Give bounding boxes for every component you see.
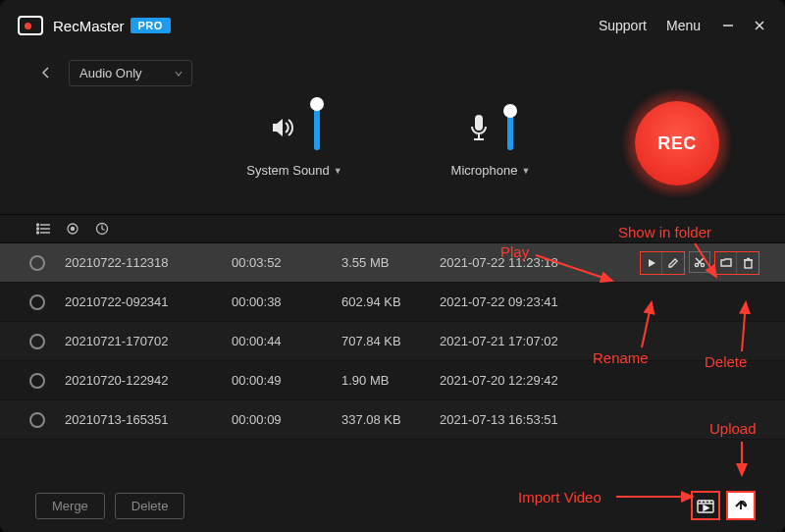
record-button-wrap: REC xyxy=(622,88,732,198)
row-select[interactable] xyxy=(29,412,65,428)
rename-button[interactable] xyxy=(662,252,684,274)
audio-panel: System Sound ▼ xyxy=(0,90,785,214)
slider-fill xyxy=(314,109,320,150)
row-select[interactable] xyxy=(29,334,65,349)
svg-marker-16 xyxy=(649,259,655,267)
cell-duration: 00:00:09 xyxy=(232,412,341,427)
schedule-icon[interactable] xyxy=(94,221,110,237)
titlebar: RecMaster PRO Support Menu xyxy=(0,0,785,51)
slider-knob[interactable] xyxy=(310,97,324,111)
speaker-icon xyxy=(269,114,296,141)
system-sound-column: System Sound ▼ xyxy=(196,104,392,178)
radio-icon[interactable] xyxy=(29,294,45,310)
support-link[interactable]: Support xyxy=(599,18,647,33)
table-row[interactable]: 20210720-12294200:00:491.90 MB2021-07-20… xyxy=(0,361,785,400)
radio-icon[interactable] xyxy=(29,412,45,428)
cell-duration: 00:00:49 xyxy=(232,373,341,388)
slider-fill xyxy=(507,115,513,150)
play-button[interactable] xyxy=(641,252,662,274)
svg-marker-29 xyxy=(704,505,708,510)
microphone-icon xyxy=(468,113,490,142)
slider-knob[interactable] xyxy=(503,104,517,118)
app-name: RecMaster xyxy=(53,18,125,34)
settings-icon[interactable] xyxy=(65,221,80,237)
system-volume-slider[interactable] xyxy=(314,105,320,150)
import-video-button[interactable] xyxy=(691,491,720,520)
caret-down-icon: ▼ xyxy=(334,166,342,176)
cell-size: 707.84 KB xyxy=(341,334,440,348)
row-delete-button[interactable] xyxy=(737,252,759,274)
minimize-button[interactable] xyxy=(720,18,736,33)
cell-size: 3.55 MB xyxy=(341,255,440,270)
mic-volume-slider[interactable] xyxy=(507,105,513,150)
cell-duration: 00:00:44 xyxy=(232,334,341,348)
cell-size: 1.90 MB xyxy=(341,373,440,388)
microphone-label: Microphone xyxy=(451,163,518,178)
mode-row: Audio Only xyxy=(0,51,785,90)
cell-date: 2021-07-22 11:23:18 xyxy=(440,255,601,270)
table-row[interactable]: 20210722-09234100:00:38602.94 KB2021-07-… xyxy=(0,283,785,322)
row-select[interactable] xyxy=(29,294,65,310)
pro-badge: PRO xyxy=(131,18,171,33)
svg-point-10 xyxy=(37,224,39,226)
mode-select[interactable]: Audio Only xyxy=(69,60,192,86)
svg-point-14 xyxy=(71,227,74,230)
cell-date: 2021-07-22 09:23:41 xyxy=(440,294,601,309)
microphone-dropdown[interactable]: Microphone ▼ xyxy=(451,163,531,178)
recordings-table: 20210722-11231800:03:523.55 MB2021-07-22… xyxy=(0,243,785,479)
radio-icon[interactable] xyxy=(29,373,45,389)
svg-rect-4 xyxy=(475,115,483,131)
chevron-down-icon xyxy=(174,69,183,79)
window-controls xyxy=(720,18,767,33)
cell-name: 20210720-122942 xyxy=(65,373,232,388)
row-select[interactable] xyxy=(29,373,65,389)
show-in-folder-button[interactable] xyxy=(715,252,737,274)
footer: Merge Delete xyxy=(0,479,785,532)
cell-date: 2021-07-20 12:29:42 xyxy=(440,373,601,388)
svg-rect-21 xyxy=(745,260,752,268)
svg-point-11 xyxy=(37,228,39,230)
back-button[interactable] xyxy=(35,63,55,82)
table-row[interactable]: 20210713-16535100:00:09337.08 KB2021-07-… xyxy=(0,400,785,440)
cell-size: 337.08 KB xyxy=(341,412,440,427)
system-sound-label: System Sound xyxy=(246,163,330,178)
menu-link[interactable]: Menu xyxy=(666,18,701,33)
radio-icon[interactable] xyxy=(29,334,45,349)
table-row[interactable]: 20210722-11231800:03:523.55 MB2021-07-22… xyxy=(0,243,785,283)
cell-name: 20210721-170702 xyxy=(65,334,232,348)
app-logo-icon xyxy=(18,16,43,35)
row-actions xyxy=(640,251,759,275)
mode-select-value: Audio Only xyxy=(79,66,142,80)
cell-duration: 00:03:52 xyxy=(232,255,341,270)
system-sound-dropdown[interactable]: System Sound ▼ xyxy=(246,163,341,178)
cell-name: 20210722-092341 xyxy=(65,294,232,309)
caret-down-icon: ▼ xyxy=(522,166,531,176)
row-select[interactable] xyxy=(29,255,65,271)
cell-date: 2021-07-13 16:53:51 xyxy=(440,412,601,427)
cell-date: 2021-07-21 17:07:02 xyxy=(440,334,601,348)
close-button[interactable] xyxy=(752,18,767,33)
list-view-icon[interactable] xyxy=(35,221,51,237)
record-label: REC xyxy=(657,133,697,154)
cell-name: 20210722-112318 xyxy=(65,255,232,270)
cell-name: 20210713-165351 xyxy=(65,412,232,427)
cell-size: 602.94 KB xyxy=(341,294,440,309)
record-button[interactable]: REC xyxy=(635,101,719,186)
radio-icon[interactable] xyxy=(29,255,45,271)
svg-marker-3 xyxy=(273,119,283,136)
cut-button[interactable] xyxy=(689,251,710,273)
cell-duration: 00:00:38 xyxy=(232,294,341,309)
microphone-column: Microphone ▼ xyxy=(392,104,589,178)
window: RecMaster PRO Support Menu Audio Only xyxy=(0,0,785,532)
list-toolbar xyxy=(0,215,785,242)
table-row[interactable]: 20210721-17070200:00:44707.84 KB2021-07-… xyxy=(0,322,785,361)
upload-button[interactable] xyxy=(726,491,756,520)
merge-button[interactable]: Merge xyxy=(35,493,105,519)
delete-button[interactable]: Delete xyxy=(115,493,185,519)
svg-point-12 xyxy=(37,232,39,234)
